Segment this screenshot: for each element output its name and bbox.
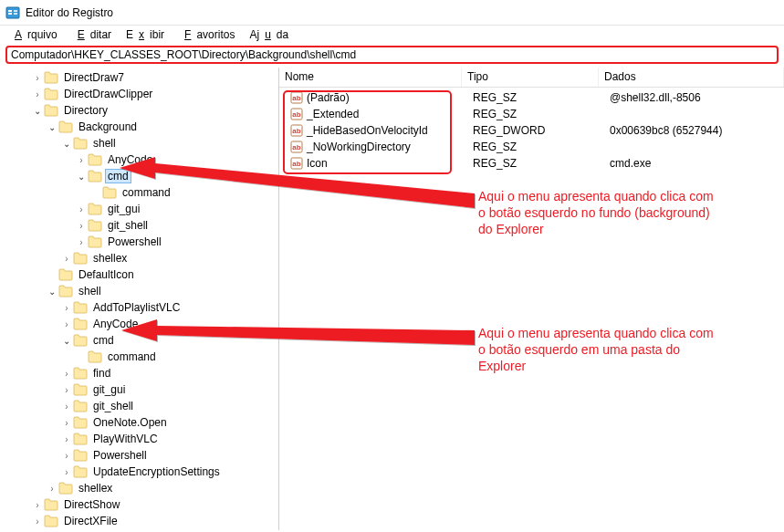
tree-node-label: DefaultIcon (77, 268, 136, 281)
folder-icon (88, 170, 102, 183)
tree-node[interactable]: ›DirectDraw7 (2, 69, 278, 86)
tree-node[interactable]: ⌄cmd (2, 168, 278, 184)
tree-node[interactable]: ›DirectDrawClipper (2, 86, 278, 102)
chevron-right-icon[interactable]: › (31, 516, 44, 527)
chevron-right-icon[interactable]: › (31, 89, 44, 99)
folder-icon (73, 318, 88, 330)
tree-node[interactable]: ›OneNote.Open (2, 414, 278, 431)
chevron-right-icon[interactable]: › (31, 73, 44, 83)
value-type: REG_SZ (467, 108, 604, 120)
tree-node[interactable]: command (2, 184, 278, 201)
tree-node[interactable]: ›git_gui (2, 381, 278, 398)
chevron-down-icon[interactable]: ⌄ (46, 287, 58, 297)
folder-icon (88, 219, 102, 232)
chevron-right-icon[interactable]: › (75, 237, 88, 247)
chevron-down-icon[interactable]: ⌄ (60, 336, 73, 346)
tree-node[interactable]: ›AddToPlaylistVLC (2, 299, 278, 316)
value-row[interactable]: ab_ExtendedREG_SZ (279, 106, 784, 122)
tree-node[interactable]: ›DirectShow (2, 496, 278, 513)
chevron-right-icon[interactable]: › (60, 303, 73, 313)
reg-string-icon: ab (290, 157, 303, 170)
tree-node[interactable]: command (2, 349, 278, 365)
menu-arquivo[interactable]: Arquivo (4, 26, 63, 43)
tree-node-label: DirectXFile (62, 515, 120, 527)
folder-icon (73, 465, 88, 478)
tree-node[interactable]: ›shellex (2, 250, 278, 266)
folder-icon (73, 334, 88, 347)
values-pane[interactable]: Nome Tipo Dados ab(Padrão)REG_SZ@shell32… (279, 68, 784, 530)
tree-node-label: git_shell (106, 219, 150, 232)
tree-node[interactable]: ⌄Directory (2, 102, 278, 119)
value-row[interactable]: ab(Padrão)REG_SZ@shell32.dll,-8506 (279, 89, 784, 106)
tree-node[interactable]: ⌄shell (2, 135, 278, 151)
chevron-right-icon[interactable]: › (60, 418, 73, 428)
folder-icon (88, 203, 102, 215)
value-row[interactable]: abIconREG_SZcmd.exe (279, 155, 784, 172)
folder-icon (102, 186, 117, 199)
menu-ajuda[interactable]: Ajuda (244, 26, 294, 43)
tree-node-label: AddToPlaylistVLC (91, 301, 182, 314)
chevron-right-icon[interactable]: › (60, 402, 73, 412)
tree-node[interactable]: ⌄shell (2, 283, 278, 299)
address-bar[interactable]: Computador\HKEY_CLASSES_ROOT\Directory\B… (5, 46, 779, 64)
tree-node-label: shellex (91, 252, 129, 265)
tree-node[interactable]: ›AnyCode (2, 316, 278, 332)
tree-node[interactable]: ›git_gui (2, 201, 278, 217)
tree-node[interactable]: ›shellex (2, 480, 278, 496)
tree-node[interactable]: ›AnyCode (2, 151, 278, 168)
column-header-type[interactable]: Tipo (462, 68, 599, 87)
chevron-right-icon[interactable]: › (75, 204, 88, 214)
value-row[interactable]: ab_HideBasedOnVelocityIdREG_DWORD0x00639… (279, 122, 784, 139)
tree-node[interactable]: ›Powershell (2, 234, 278, 250)
chevron-right-icon[interactable]: › (31, 500, 44, 510)
chevron-right-icon[interactable]: › (75, 155, 88, 165)
menubar: Arquivo Editar Exibir Favoritos Ajuda (0, 26, 784, 44)
menu-favoritos[interactable]: Favoritos (173, 26, 240, 43)
value-row[interactable]: ab_NoWorkingDirectoryREG_SZ (279, 139, 784, 155)
chevron-down-icon[interactable]: ⌄ (60, 139, 73, 149)
value-name: (Padrão) (307, 91, 350, 104)
menu-exibir[interactable]: Exibir (120, 26, 170, 43)
tree-node[interactable]: DefaultIcon (2, 266, 278, 283)
value-rows: ab(Padrão)REG_SZ@shell32.dll,-8506ab_Ext… (279, 88, 784, 173)
tree-node[interactable]: ›Powershell (2, 447, 278, 464)
folder-icon (58, 120, 73, 133)
chevron-down-icon[interactable]: ⌄ (75, 172, 88, 182)
tree-node-label: git_gui (106, 203, 141, 215)
folder-icon (73, 367, 88, 380)
tree-pane[interactable]: ›DirectDraw7›DirectDrawClipper⌄Directory… (0, 68, 279, 530)
folder-icon (73, 416, 88, 429)
chevron-right-icon[interactable]: › (60, 369, 73, 379)
tree-node-label: find (91, 367, 112, 380)
menu-editar[interactable]: Editar (67, 26, 117, 43)
column-header-data[interactable]: Dados (599, 68, 784, 87)
tree-node-label: DirectDrawClipper (62, 88, 154, 100)
value-data: cmd.exe (604, 157, 784, 170)
tree-node[interactable]: ⌄Background (2, 119, 278, 135)
chevron-right-icon[interactable]: › (75, 221, 88, 231)
chevron-right-icon[interactable]: › (60, 451, 73, 461)
tree-node-label: AnyCode (91, 318, 140, 330)
value-type: REG_SZ (467, 157, 604, 170)
column-header-name[interactable]: Nome (279, 68, 462, 87)
chevron-down-icon[interactable]: ⌄ (31, 106, 44, 116)
chevron-right-icon[interactable]: › (46, 484, 58, 494)
tree-node[interactable]: ›DirectXFile (2, 513, 278, 529)
tree-node[interactable]: ›git_shell (2, 398, 278, 414)
chevron-right-icon[interactable]: › (60, 467, 73, 477)
chevron-down-icon[interactable]: ⌄ (46, 122, 58, 132)
folder-icon (44, 88, 58, 100)
chevron-right-icon[interactable]: › (60, 434, 73, 444)
chevron-right-icon[interactable]: › (60, 254, 73, 264)
folder-icon (73, 400, 88, 412)
tree-node[interactable]: ›DiskManagement.Connection (2, 529, 278, 530)
tree-node[interactable]: ›find (2, 365, 278, 381)
tree-node[interactable]: ⌄cmd (2, 332, 278, 349)
value-type: REG_SZ (467, 91, 604, 104)
chevron-right-icon[interactable]: › (60, 319, 73, 329)
chevron-right-icon[interactable]: › (60, 385, 73, 395)
tree-node[interactable]: ›git_shell (2, 217, 278, 234)
tree-node[interactable]: ›UpdateEncryptionSettings (2, 464, 278, 480)
tree-node[interactable]: ›PlayWithVLC (2, 431, 278, 447)
tree-node-label: PlayWithVLC (91, 433, 160, 445)
